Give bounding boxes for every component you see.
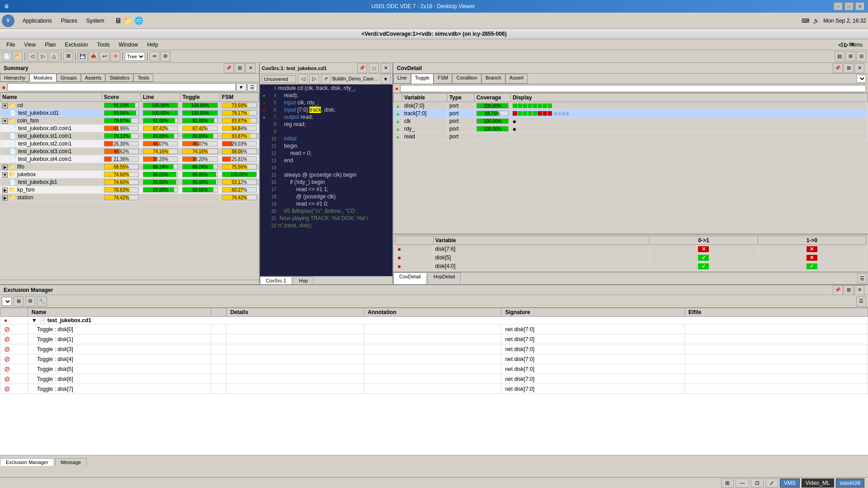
menu-tools[interactable]: Tools <box>93 40 114 50</box>
maximize-button[interactable]: □ <box>844 2 854 10</box>
table-row[interactable]: ▲ read port <box>394 133 868 141</box>
source-pin[interactable]: 📌 <box>357 63 367 73</box>
table-row[interactable]: 📄 test_jukebox.st2.coin1 26.30% 46.07% 4… <box>0 140 259 148</box>
forward-button[interactable]: ▷ <box>38 52 48 61</box>
table-row[interactable]: ▲ clk port 100.00% ◆ <box>394 117 868 125</box>
covdetail-dock[interactable]: ⊞ <box>844 63 854 73</box>
undo-button[interactable]: ↩ <box>99 52 109 61</box>
layout-button-2[interactable]: ⊞ <box>845 52 855 61</box>
covdetail-close[interactable]: ✕ <box>854 63 864 73</box>
waveutil-btn[interactable]: waveUtil <box>836 479 864 488</box>
table-row[interactable]: ● disk[5] ✓ ✕ <box>396 253 866 262</box>
table-view-btn[interactable]: ☰ <box>857 273 867 283</box>
menu-help[interactable]: Help <box>142 40 163 50</box>
table-row[interactable]: ● disk[7:6] ✕ ✕ <box>396 245 866 253</box>
menu-system[interactable]: System <box>82 16 109 26</box>
up-button[interactable]: △ <box>49 52 59 61</box>
excl-pin[interactable]: 📌 <box>833 285 843 295</box>
close-button[interactable]: ✕ <box>855 2 864 10</box>
menu-places[interactable]: Places <box>57 16 82 26</box>
summary-pin[interactable]: 📌 <box>224 63 234 73</box>
hvpdetail-tab[interactable]: HvpDetail <box>428 272 461 284</box>
edit-button[interactable]: ✏ <box>150 52 160 61</box>
excl-tool-1[interactable]: ⊞ <box>14 296 24 306</box>
tree-dropdown[interactable]: Tree <box>125 52 145 61</box>
table-row[interactable]: ⊘ Toggle : disk[7] net disk[7:0] <box>0 384 868 394</box>
filter-input[interactable] <box>7 83 236 91</box>
prev-button[interactable]: ◁ <box>298 74 307 84</box>
tab-statistics[interactable]: Statistics <box>105 74 133 82</box>
table-row[interactable]: 📄 test_jukebox.st3.coin1 46.62% 74.16% 7… <box>0 148 259 155</box>
menu-applications[interactable]: Applications <box>18 16 57 26</box>
table-row[interactable]: ▼ 📁 jukebox 74.60% 96.00% 96.00% 100.00% <box>0 171 259 178</box>
table-row[interactable]: ▶ 📁 kp_fsm 76.63% 89.66% 89.66% 60.27% <box>0 186 259 194</box>
table-row[interactable]: ⊘ Toggle : disk[1] net disk[7:0] <box>0 334 868 344</box>
covtab-line[interactable]: Line <box>393 74 411 84</box>
table-row[interactable]: 📄 test_jukebox.jb1 74.60% 96.00% 96.00% … <box>0 178 259 186</box>
covtab-branch[interactable]: Branch <box>481 74 505 84</box>
expand-fifo[interactable]: ▶ <box>2 164 8 170</box>
tab-hierarchy[interactable]: Hierarchy <box>0 74 29 82</box>
navigate-button[interactable]: ↗ <box>321 74 330 84</box>
tab-modules[interactable]: Modules <box>29 74 57 82</box>
summary-dock[interactable]: ⊞ <box>235 63 245 73</box>
table-row[interactable]: 📄 test_jukebox.cd1 93.06% 100.00% <box>0 109 259 117</box>
vms-btn[interactable]: VMS <box>780 479 800 488</box>
table-row[interactable]: ⊘ Toggle : disk[5] net disk[7:0] <box>0 364 868 374</box>
table-row[interactable]: ⊘ Toggle : disk[4] net disk[7:0] <box>0 354 868 364</box>
table-row[interactable]: ▶ 📁 station 74.42% 74.42% <box>0 194 259 202</box>
new-button[interactable]: 📄 <box>2 52 12 61</box>
covtab-fsm[interactable]: FSM <box>434 74 452 84</box>
table-row[interactable]: ⊘ Toggle : disk[0] net disk[7:0] <box>0 324 868 334</box>
back-button[interactable]: ◁ <box>27 52 37 61</box>
videoml-btn[interactable]: Video_ML <box>802 479 834 488</box>
table-row[interactable]: ▶ 📁 fifo 68.55% 88.24% 88.24% 75.56% <box>0 163 259 171</box>
table-row[interactable]: ▲ track[7:0] port 68.75% <box>394 110 868 117</box>
table-row[interactable]: 📄 test_jukebox.st4.coin1 21.38% 38.20% 3… <box>0 155 259 163</box>
table-row[interactable]: ● ▼ 📄 test_jukebox.cd1 <box>0 317 868 324</box>
menu-plan[interactable]: Plan <box>40 40 60 50</box>
covdetail-dropdown[interactable] <box>856 75 866 83</box>
src-tab-1[interactable]: CovSrc.1 <box>260 277 292 284</box>
covdetail-search-input[interactable] <box>400 85 866 92</box>
layout-button-1[interactable]: ▤ <box>835 52 844 61</box>
next-button[interactable]: ▷ <box>309 74 319 84</box>
table-row[interactable]: 📄 test_jukebox.st0.coin1 41.95% 67.42% 6… <box>0 125 259 132</box>
menu-file[interactable]: File <box>2 40 19 50</box>
covtab-toggle[interactable]: Toggle <box>411 74 434 84</box>
tab-asserts[interactable]: Asserts <box>81 74 106 82</box>
source-close[interactable]: ✕ <box>381 63 391 73</box>
save-button[interactable]: 💾 <box>78 52 88 61</box>
covdetail-pin[interactable]: 📌 <box>833 63 843 73</box>
excl-close[interactable]: ✕ <box>854 285 864 295</box>
filter-button[interactable]: ⌘ <box>63 52 73 61</box>
tab-groups[interactable]: Groups <box>57 74 81 82</box>
minimize-button[interactable]: ─ <box>834 2 843 10</box>
expand-kp[interactable]: ▶ <box>2 187 8 193</box>
hvp-tab[interactable]: Hvp <box>293 277 314 284</box>
expand-jukebox[interactable]: ▼ <box>2 171 8 178</box>
expand-excl-header[interactable]: ▼ <box>32 317 37 324</box>
open-button[interactable]: 📂 <box>13 52 23 61</box>
covdetail-tab[interactable]: CovDetail <box>393 272 427 284</box>
nav-right[interactable]: ▷ <box>844 42 848 48</box>
nav-close[interactable]: ✕ <box>850 42 854 48</box>
excl-tool-2[interactable]: ⚙ <box>25 296 35 306</box>
coverage-filter-dropdown[interactable]: Uncovered All <box>262 75 296 83</box>
tab-tests[interactable]: Tests <box>133 74 153 82</box>
excl-filter-dropdown[interactable] <box>2 297 12 306</box>
table-row[interactable]: ▲ disk[7:0] port 100.00% <box>394 102 868 110</box>
table-row[interactable]: ▲ rdy_ port 100.00% ◆ <box>394 125 868 133</box>
settings-button[interactable]: ⚙ <box>160 52 170 61</box>
source-maximize[interactable]: □ <box>369 63 379 73</box>
list-view-btn[interactable]: ☰ <box>247 83 257 91</box>
table-row[interactable]: ▼ 📁 cd 91.23% 100.00% <box>0 102 259 109</box>
menu-exclusion[interactable]: Exclusion <box>60 40 92 50</box>
expand-cd[interactable]: ▼ <box>2 102 8 108</box>
layout-button-3[interactable]: ⊟ <box>856 52 866 61</box>
export-button[interactable]: 📤 <box>89 52 99 61</box>
expand-station[interactable]: ▶ <box>2 194 8 201</box>
covtab-assert[interactable]: Assert <box>505 74 528 84</box>
tab-message[interactable]: Message <box>55 458 87 466</box>
tab-exclusion-mgr[interactable]: Exclusion Manager <box>0 458 54 466</box>
